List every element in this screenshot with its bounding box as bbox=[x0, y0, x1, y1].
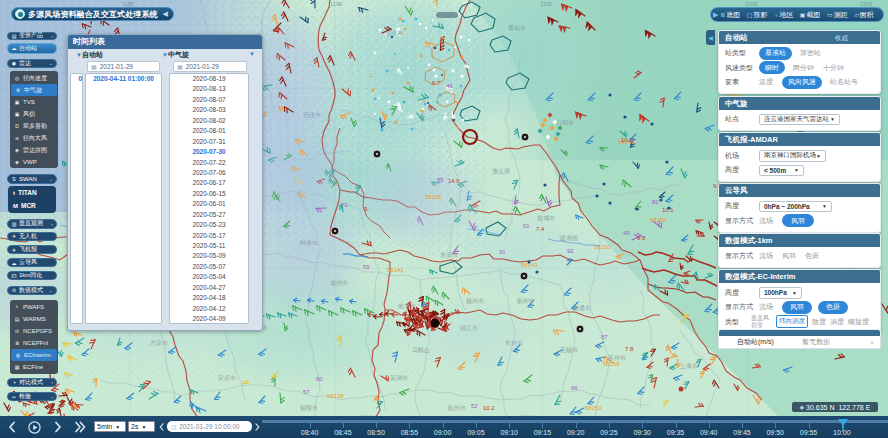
svg-text:青岛市: 青岛市 bbox=[508, 24, 526, 31]
svg-text:82: 82 bbox=[652, 199, 659, 205]
svg-text:10.2: 10.2 bbox=[621, 137, 633, 143]
svg-text:日照市: 日照市 bbox=[556, 119, 574, 127]
svg-text:淮安市: 淮安市 bbox=[440, 251, 458, 258]
svg-text:61: 61 bbox=[523, 223, 530, 229]
svg-text:建湖县: 建湖县 bbox=[559, 235, 578, 242]
svg-text:57: 57 bbox=[303, 389, 310, 395]
svg-text:上海市: 上海市 bbox=[679, 362, 698, 369]
svg-text:7.4: 7.4 bbox=[536, 226, 545, 232]
svg-text:7.8: 7.8 bbox=[625, 346, 634, 352]
svg-text:10.2: 10.2 bbox=[483, 405, 495, 411]
svg-text:1195: 1195 bbox=[540, 1, 552, 7]
svg-text:马鞍山: 马鞍山 bbox=[412, 347, 430, 353]
svg-text:58255: 58255 bbox=[650, 217, 667, 223]
svg-text:58259: 58259 bbox=[585, 405, 602, 411]
svg-text:铜陵市: 铜陵市 bbox=[299, 404, 318, 411]
svg-text:9.8: 9.8 bbox=[637, 235, 646, 241]
svg-text:119E: 119E bbox=[330, 1, 343, 7]
svg-text:58138: 58138 bbox=[327, 393, 344, 399]
svg-text:91: 91 bbox=[499, 249, 506, 255]
svg-text:盐城市: 盐城市 bbox=[537, 214, 555, 221]
svg-text:临沂市: 临沂市 bbox=[385, 29, 403, 37]
svg-text:52: 52 bbox=[471, 403, 478, 409]
svg-text:85: 85 bbox=[437, 177, 444, 183]
svg-text:59: 59 bbox=[363, 264, 370, 270]
svg-text:96: 96 bbox=[571, 385, 578, 391]
svg-text:58150: 58150 bbox=[594, 244, 611, 250]
svg-text:6.7: 6.7 bbox=[432, 80, 441, 86]
svg-text:杭州市: 杭州市 bbox=[447, 404, 466, 412]
svg-text:58158: 58158 bbox=[603, 361, 620, 367]
svg-text:73: 73 bbox=[341, 202, 348, 208]
svg-text:49: 49 bbox=[623, 230, 630, 236]
svg-text:苏州市: 苏州市 bbox=[608, 354, 626, 361]
svg-text:14.6: 14.6 bbox=[448, 178, 460, 184]
svg-text:58141: 58141 bbox=[387, 267, 404, 273]
svg-text:连云港: 连云港 bbox=[492, 168, 510, 175]
svg-text:南通市: 南通市 bbox=[573, 304, 591, 311]
svg-text:60: 60 bbox=[316, 376, 323, 382]
svg-text:常州市: 常州市 bbox=[505, 339, 523, 346]
svg-text:泰州市: 泰州市 bbox=[516, 297, 534, 305]
svg-text:46: 46 bbox=[446, 83, 453, 89]
svg-text:芜湖市: 芜湖市 bbox=[390, 374, 408, 382]
svg-text:58028: 58028 bbox=[425, 194, 442, 200]
svg-text:六安市: 六安市 bbox=[150, 339, 168, 346]
svg-text:87: 87 bbox=[601, 334, 608, 340]
svg-text:蚌埠市: 蚌埠市 bbox=[300, 239, 318, 246]
svg-text:92: 92 bbox=[567, 248, 574, 254]
svg-text:南京市: 南京市 bbox=[398, 302, 416, 309]
svg-text:安庆市: 安庆市 bbox=[218, 374, 236, 381]
svg-text:宿迁市: 宿迁市 bbox=[303, 111, 321, 119]
svg-text:镇江市: 镇江市 bbox=[459, 324, 478, 331]
svg-text:无锡市: 无锡市 bbox=[560, 346, 578, 354]
svg-text:滁州市: 滁州市 bbox=[330, 279, 348, 286]
svg-text:扬州市: 扬州市 bbox=[466, 297, 484, 305]
